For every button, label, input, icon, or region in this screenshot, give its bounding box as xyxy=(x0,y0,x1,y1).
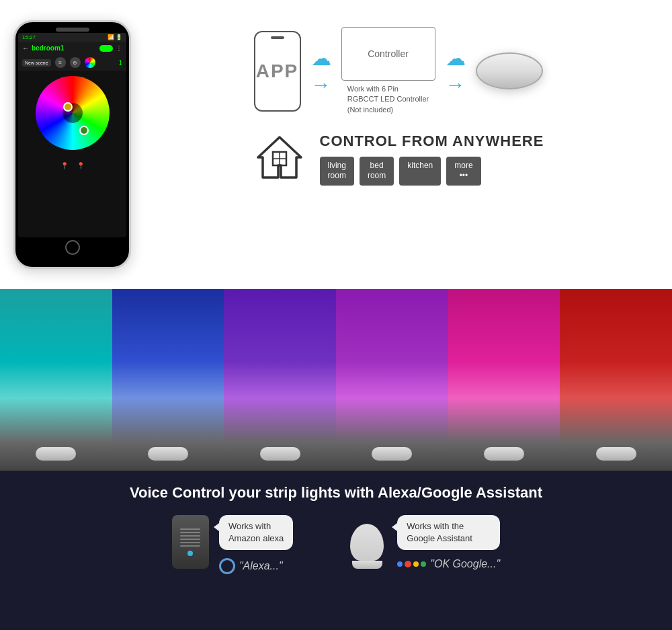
alexa-dot xyxy=(187,551,193,556)
google-speaker xyxy=(347,515,387,569)
light-base-2 xyxy=(148,447,188,461)
controller-info-line1: Work with 6 Pin xyxy=(347,85,398,93)
light-base-5 xyxy=(484,447,524,461)
color-panel-violet xyxy=(336,289,448,471)
alexa-ring-icon xyxy=(219,558,235,574)
notification-badge: 1 xyxy=(118,59,122,67)
controller-box: Controller xyxy=(341,27,435,81)
control-text-area: CONTROL FROM ANYWHERE living room bed ro… xyxy=(320,132,544,186)
back-arrow-icon: ← xyxy=(22,44,29,52)
google-dots-icon xyxy=(397,561,426,567)
google-prompt-text: "OK Google..." xyxy=(430,558,500,570)
room-tag-more: more ••• xyxy=(446,157,480,186)
room-tag-kitchen: kitchen xyxy=(399,157,441,186)
app-label: APP xyxy=(256,61,299,82)
palette-icon[interactable] xyxy=(85,57,95,68)
arrow-right-2: → xyxy=(446,73,466,96)
phone-notch xyxy=(271,36,284,39)
color-wheel[interactable] xyxy=(36,76,110,150)
app-phone-outline: APP xyxy=(254,31,301,112)
color-panel-red xyxy=(560,289,672,471)
status-icons: 📶 🔋 xyxy=(108,34,122,40)
flow-row: APP ☁ → Controller Work with 6 Pin RGBCC… xyxy=(138,27,659,115)
alexa-prompt-text: "Alexa..." xyxy=(239,560,283,572)
controller-info-line2: RGBCCT LED Controller xyxy=(347,95,429,103)
alexa-speaker-lines xyxy=(180,528,200,547)
color-panel-purple xyxy=(224,289,336,471)
house-icon xyxy=(253,132,306,186)
room-tag-living: living room xyxy=(320,157,354,186)
location-icon: 📍 xyxy=(77,162,85,169)
arrow-right-1: → xyxy=(311,73,331,96)
phone-header: ← bedroom1 ⋮ xyxy=(18,42,126,54)
room-name-label: bedroom1 xyxy=(32,44,97,52)
cloud-arrow-2: ☁ → xyxy=(446,46,466,96)
speaker-line-6 xyxy=(180,545,200,547)
google-dot-yellow xyxy=(413,561,419,567)
phone-bottom-area: 📍 📍 xyxy=(18,155,126,175)
phone-toolbar: New scene ≡ ⊕ 1 xyxy=(18,54,126,71)
control-section: CONTROL FROM ANYWHERE living room bed ro… xyxy=(138,132,659,186)
light-base-3 xyxy=(260,447,300,461)
speaker-line-2 xyxy=(180,532,200,533)
google-dot-blue xyxy=(397,561,403,567)
voice-assistants-row: Works with Amazon alexa "Alexa..." Works… xyxy=(27,515,645,574)
light-base-6 xyxy=(596,447,636,461)
speaker-line-1 xyxy=(180,528,200,530)
color-picker-dot2 xyxy=(79,126,89,135)
home-button-area xyxy=(15,237,129,258)
light-fixture xyxy=(476,52,543,89)
google-dot-red xyxy=(405,561,411,567)
color-wheel-container xyxy=(18,71,126,155)
controller-label: Controller xyxy=(368,48,409,59)
home-button[interactable] xyxy=(65,240,80,255)
google-group: Works with the Google Assistant "OK Goog… xyxy=(347,515,500,574)
google-prompt-row: "OK Google..." xyxy=(397,558,500,570)
color-picker-dot xyxy=(63,102,73,112)
top-section: 15:27 📶 🔋 ← bedroom1 ⋮ New scene ≡ ⊕ 1 xyxy=(0,0,672,289)
wheel-icon[interactable]: ⊕ xyxy=(70,57,81,68)
alexa-speech-bubble: Works with Amazon alexa xyxy=(219,515,293,550)
controller-flow-item: Controller Work with 6 Pin RGBCCT LED Co… xyxy=(341,27,435,115)
list-icon[interactable]: ≡ xyxy=(55,57,66,68)
controller-info: Work with 6 Pin RGBCCT LED Controller (N… xyxy=(347,84,429,115)
room-toggle[interactable] xyxy=(99,45,113,52)
light-base-1 xyxy=(36,447,76,461)
new-scene-button[interactable]: New scene xyxy=(22,59,51,67)
phone-screen: 15:27 📶 🔋 ← bedroom1 ⋮ New scene ≡ ⊕ 1 xyxy=(18,33,126,237)
google-speaker-base xyxy=(352,561,382,569)
voice-title: Voice Control your strip lights with Ale… xyxy=(27,484,645,502)
cloud-icon-2: ☁ xyxy=(446,46,466,70)
app-flow-item: APP xyxy=(254,31,301,112)
phone-speaker xyxy=(56,28,89,32)
alexa-group: Works with Amazon alexa "Alexa..." xyxy=(172,515,293,574)
light-base-4 xyxy=(372,447,412,461)
room-tags: living room bed room kitchen more ••• xyxy=(320,157,544,186)
bottom-section: Voice Control your strip lights with Ale… xyxy=(0,471,672,630)
room-tag-bed: bed room xyxy=(360,157,394,186)
google-info: Works with the Google Assistant "OK Goog… xyxy=(397,515,500,570)
cloud-icon-1: ☁ xyxy=(311,46,331,70)
alexa-speaker xyxy=(172,515,209,569)
menu-icon[interactable]: ⋮ xyxy=(116,44,122,52)
color-panel-teal xyxy=(0,289,112,471)
color-panel-pink xyxy=(448,289,560,471)
phone-mockup: 15:27 📶 🔋 ← bedroom1 ⋮ New scene ≡ ⊕ 1 xyxy=(13,20,131,269)
status-bar: 15:27 📶 🔋 xyxy=(18,33,126,42)
right-content: APP ☁ → Controller Work with 6 Pin RGBCC… xyxy=(138,7,659,282)
status-time: 15:27 xyxy=(22,34,36,40)
google-speech-bubble: Works with the Google Assistant xyxy=(397,515,500,550)
color-panel-blue xyxy=(112,289,224,471)
light-fixture-item xyxy=(476,52,543,89)
google-speaker-body xyxy=(350,524,384,561)
speaker-line-3 xyxy=(180,535,200,537)
alexa-prompt-row: "Alexa..." xyxy=(219,558,293,574)
controller-info-line3: (Not included) xyxy=(347,106,393,114)
alexa-info: Works with Amazon alexa "Alexa..." xyxy=(219,515,293,574)
speaker-line-4 xyxy=(180,539,200,540)
speaker-line-5 xyxy=(180,542,200,543)
map-pin-icon: 📍 xyxy=(60,162,69,169)
control-title: CONTROL FROM ANYWHERE xyxy=(320,132,544,150)
google-dot-green xyxy=(421,561,426,567)
color-strip-section xyxy=(0,289,672,471)
